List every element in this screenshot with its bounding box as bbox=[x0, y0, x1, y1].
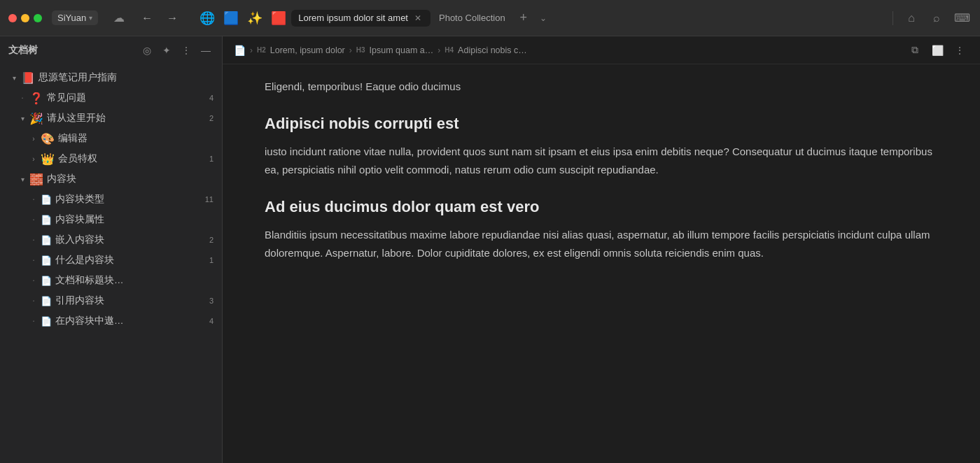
section2-heading: Ad eius ducimus dolor quam est vero bbox=[265, 198, 938, 216]
add-tab-button[interactable]: + bbox=[514, 8, 533, 28]
tab-lorem-ipsum[interactable]: Lorem ipsum dolor sit amet ✕ bbox=[291, 10, 430, 27]
tree-icon-content-block: 🧱 bbox=[29, 173, 43, 186]
tree-bullet-ref-block: • bbox=[28, 299, 39, 303]
tree-bullet-block-attr: • bbox=[28, 218, 39, 222]
tree-toggle-content-block[interactable]: ▾ bbox=[17, 173, 28, 185]
sidebar-header: 文档树 ◎ ✦ ⋮ — bbox=[0, 36, 222, 64]
tree-label-faq: 常见问题 bbox=[47, 92, 200, 104]
tree-item-editor[interactable]: › 🎨 编辑器 bbox=[3, 129, 219, 148]
tree-toggle-editor[interactable]: › bbox=[28, 133, 39, 144]
tree-icon-root: 📕 bbox=[21, 71, 35, 85]
tree-icon-member: 👑 bbox=[41, 152, 55, 166]
breadcrumb-sep-0: › bbox=[250, 45, 253, 55]
titlebar: SiYuan ▾ ☁ ← → 🌐 🟦 ✨ 🟥 Lorem ipsum dolor… bbox=[0, 0, 980, 36]
breadcrumb-sep-2: › bbox=[438, 45, 440, 55]
tab-icon-globe[interactable]: 🌐 bbox=[196, 7, 218, 29]
tree-label-root: 思源笔记用户指南 bbox=[38, 71, 214, 84]
tree-item-block-type[interactable]: • 📄 内容块类型 11 bbox=[3, 190, 219, 209]
section1-paragraph: iusto incidunt ratione vitae nulla, prov… bbox=[265, 143, 938, 178]
tree-item-ref-block[interactable]: • 📄 引用内容块 3 bbox=[3, 291, 219, 311]
tab-icon-red[interactable]: 🟥 bbox=[267, 7, 290, 29]
app-name-label: SiYuan bbox=[57, 13, 86, 23]
more-icon[interactable]: ⋮ bbox=[178, 43, 194, 58]
tab-icon-sparkle[interactable]: ✨ bbox=[244, 7, 266, 29]
doc-intro-text: Eligendi, temporibus! Eaque odio ducimus bbox=[265, 78, 938, 95]
app-chevron-icon: ▾ bbox=[89, 14, 92, 22]
tree-toggle-root[interactable]: ▾ bbox=[8, 72, 20, 83]
tree-area: ▾ 📕 思源笔记用户指南 • ❓ 常见问题 4 ▾ 🎉 请从这里开始 2 › bbox=[0, 64, 222, 463]
titlebar-divider bbox=[892, 11, 893, 25]
main-area: 文档树 ◎ ✦ ⋮ — ▾ 📕 思源笔记用户指南 • ❓ 常见问题 4 bbox=[0, 36, 980, 463]
close-button[interactable] bbox=[8, 14, 17, 22]
expand-icon[interactable]: ✦ bbox=[159, 43, 174, 58]
tree-label-member: 会员特权 bbox=[58, 152, 200, 165]
tree-toggle-start[interactable]: ▾ bbox=[17, 113, 28, 124]
breadcrumb-doc-icon[interactable]: 📄 bbox=[234, 45, 246, 56]
tree-item-root[interactable]: ▾ 📕 思源笔记用户指南 bbox=[3, 68, 219, 87]
breadcrumb-label-1: Ipsum quam a… bbox=[370, 45, 434, 55]
tree-count-navigate-block: 4 bbox=[202, 317, 214, 325]
tree-item-what-block[interactable]: • 📄 什么是内容块 1 bbox=[3, 250, 219, 270]
keyboard-icon[interactable]: ⌨ bbox=[952, 8, 972, 28]
doc-icon-block-type: 📄 bbox=[41, 194, 52, 205]
sidebar: 文档树 ◎ ✦ ⋮ — ▾ 📕 思源笔记用户指南 • ❓ 常见问题 4 bbox=[0, 36, 223, 463]
tree-count-block-type: 11 bbox=[202, 195, 214, 204]
minimize-button[interactable] bbox=[21, 14, 29, 22]
home-icon[interactable]: ⌂ bbox=[902, 8, 921, 28]
app-name-button[interactable]: SiYuan ▾ bbox=[52, 10, 98, 25]
tree-label-navigate-block: 在内容块中遨… bbox=[55, 315, 200, 327]
doc-content: Eligendi, temporibus! Eaque odio ducimus… bbox=[223, 64, 980, 463]
tab-photo-collection[interactable]: Photo Collection bbox=[432, 10, 512, 26]
tree-bullet-doc-heading: • bbox=[28, 278, 39, 283]
tree-item-start[interactable]: ▾ 🎉 请从这里开始 2 bbox=[3, 108, 219, 128]
open-new-button[interactable]: ⬜ bbox=[928, 41, 946, 59]
tree-label-embed-block: 嵌入内容块 bbox=[55, 234, 200, 246]
copy-link-button[interactable]: ⧉ bbox=[906, 41, 924, 59]
content-area: 📄 › H2 Lorem, ipsum dolor › H3 Ipsum qua… bbox=[223, 36, 980, 463]
tree-bullet-what-block: • bbox=[28, 258, 39, 262]
tree-item-content-block[interactable]: ▾ 🧱 内容块 bbox=[3, 169, 219, 189]
tree-count-ref-block: 3 bbox=[202, 297, 214, 305]
search-icon[interactable]: ⌕ bbox=[927, 8, 946, 28]
tree-icon-faq: ❓ bbox=[29, 92, 43, 105]
section1-heading: Adipisci nobis corrupti est bbox=[265, 115, 938, 133]
tree-label-block-attr: 内容块属性 bbox=[55, 213, 214, 226]
doc-icon-navigate-block: 📄 bbox=[41, 316, 52, 327]
collapse-icon[interactable]: — bbox=[198, 43, 214, 58]
tree-bullet-faq: • bbox=[17, 96, 28, 100]
breadcrumb-item-0[interactable]: H2 Lorem, ipsum dolor bbox=[257, 45, 345, 55]
tree-count-faq: 4 bbox=[202, 94, 214, 102]
tree-label-ref-block: 引用内容块 bbox=[55, 294, 200, 307]
tab-label: Lorem ipsum dolor sit amet bbox=[298, 13, 408, 23]
traffic-lights bbox=[8, 14, 42, 22]
tree-item-navigate-block[interactable]: • 📄 在内容块中遨… 4 bbox=[3, 311, 219, 331]
tab-label-photo: Photo Collection bbox=[439, 13, 505, 23]
tree-count-start: 2 bbox=[202, 114, 214, 122]
tab-icon-blue[interactable]: 🟦 bbox=[220, 7, 242, 29]
tree-icon-editor: 🎨 bbox=[41, 132, 55, 145]
maximize-button[interactable] bbox=[34, 14, 42, 22]
breadcrumb-item-1[interactable]: H3 Ipsum quam a… bbox=[356, 45, 434, 55]
tree-item-embed-block[interactable]: • 📄 嵌入内容块 2 bbox=[3, 230, 219, 250]
breadcrumb-label-2: Adipisci nobis c… bbox=[458, 45, 527, 55]
breadcrumb-label-0: Lorem, ipsum dolor bbox=[270, 45, 345, 55]
sidebar-actions: ◎ ✦ ⋮ — bbox=[139, 43, 214, 58]
doc-icon-what-block: 📄 bbox=[41, 255, 52, 266]
tree-toggle-member[interactable]: › bbox=[28, 153, 39, 164]
tree-label-editor: 编辑器 bbox=[58, 132, 214, 145]
forward-button[interactable]: → bbox=[162, 8, 182, 28]
tab-list-button[interactable]: ⌄ bbox=[535, 10, 552, 27]
tab-close-button[interactable]: ✕ bbox=[412, 13, 424, 24]
back-button[interactable]: ← bbox=[137, 8, 157, 28]
tree-item-faq[interactable]: • ❓ 常见问题 4 bbox=[3, 88, 219, 108]
tree-item-doc-heading[interactable]: • 📄 文档和标题块… bbox=[3, 271, 219, 290]
focus-icon[interactable]: ◎ bbox=[139, 43, 155, 58]
tree-item-block-attr[interactable]: • 📄 内容块属性 bbox=[3, 210, 219, 229]
breadcrumb-item-2[interactable]: H4 Adipisci nobis c… bbox=[444, 45, 526, 55]
sidebar-title: 文档树 bbox=[8, 44, 139, 57]
cloud-sync-icon[interactable]: ☁ bbox=[109, 8, 129, 28]
tree-icon-start: 🎉 bbox=[29, 112, 43, 125]
doc-icon-doc-heading: 📄 bbox=[41, 276, 52, 286]
more-options-button[interactable]: ⋮ bbox=[951, 41, 969, 59]
tree-item-member[interactable]: › 👑 会员特权 1 bbox=[3, 149, 219, 169]
